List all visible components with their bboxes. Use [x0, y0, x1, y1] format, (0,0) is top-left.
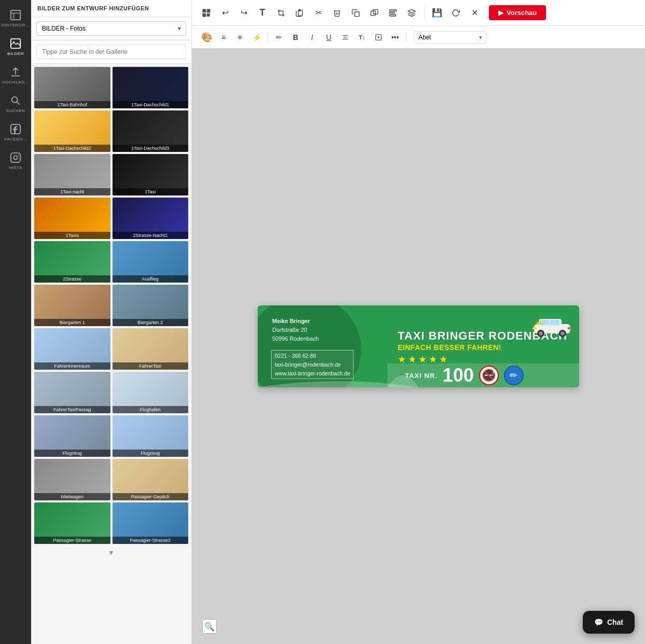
image-panel: BILDER ZUM ENTWURF HINZUFÜGEN BILDER - F…: [31, 0, 192, 644]
gallery-image-item[interactable]: Flugzeug: [34, 415, 110, 457]
gallery-image-item[interactable]: Biergarten 2: [113, 285, 189, 326]
paste-button[interactable]: [291, 5, 308, 21]
gallery-image-item[interactable]: 2Strasse: [34, 241, 110, 283]
svg-rect-39: [568, 327, 572, 329]
main-area: ↩ ↪ T ✂ 💾 ✕ ▶ Vorscha: [192, 0, 645, 644]
gallery-image-item[interactable]: FahrerInnenraum: [34, 328, 110, 370]
canvas-area: Meike Bringer Dorfstraße 20 50996 Rodenb…: [192, 49, 645, 644]
svg-point-7: [18, 155, 19, 156]
sidebar-item-suchen[interactable]: SUCHEN: [0, 90, 31, 118]
font-selector-wrapper: Abel Arial Roboto Times New Roman: [414, 31, 486, 44]
svg-rect-16: [207, 15, 208, 16]
text-box-button[interactable]: [371, 30, 386, 45]
close-button[interactable]: ✕: [466, 5, 483, 21]
crop-button[interactable]: [273, 5, 289, 21]
category-dropdown-wrapper: BILDER - Fotos BILDER - Icons BILDER - S…: [36, 21, 186, 36]
gallery-image-item[interactable]: 1Taxi: [113, 154, 189, 195]
gallery-image-item[interactable]: FahrerTaxiPassag: [34, 372, 110, 413]
gallery-image-item[interactable]: FahrerTaxi: [113, 328, 189, 370]
svg-rect-11: [204, 10, 205, 11]
svg-rect-13: [204, 15, 205, 16]
delete-button[interactable]: [329, 5, 345, 21]
search-container: [31, 40, 191, 64]
save-button[interactable]: 💾: [429, 5, 445, 21]
gallery-image-item[interactable]: Flughafen: [113, 372, 189, 413]
banner[interactable]: Meike Bringer Dorfstraße 20 50996 Rodenb…: [258, 305, 579, 387]
gallery-image-item[interactable]: Biergarten 1: [34, 285, 110, 326]
layers-button[interactable]: [403, 5, 420, 21]
asterisk-button[interactable]: ✳: [232, 30, 248, 45]
svg-rect-19: [355, 12, 359, 17]
top-toolbar: ↩ ↪ T ✂ 💾 ✕ ▶ Vorscha: [192, 0, 645, 26]
qr-button[interactable]: [198, 5, 215, 21]
sidebar: HINTERGR... BILDER HOCHLAD... SUCHEN FAC…: [0, 0, 31, 644]
svg-rect-14: [207, 13, 208, 15]
zoom-controls: 🔍: [202, 619, 217, 634]
align-center-button[interactable]: [338, 30, 353, 45]
toolbar2-divider-1: [268, 32, 268, 43]
toolbar2-divider-2: [406, 32, 406, 43]
gallery-image-item[interactable]: 1Taxi-Dachschild3: [113, 110, 189, 152]
zoom-out-button[interactable]: 🔍: [202, 619, 217, 634]
scissors-button[interactable]: ✂: [310, 5, 327, 21]
duplicate-button[interactable]: [366, 5, 383, 21]
edit-button[interactable]: ✏: [271, 30, 287, 45]
svg-rect-17: [209, 15, 210, 16]
chat-button[interactable]: 💬 Chat: [583, 611, 635, 634]
sidebar-item-insta[interactable]: INSTA: [0, 147, 31, 175]
sidebar-item-bilder[interactable]: BILDER: [0, 33, 31, 61]
font-selector[interactable]: Abel Arial Roboto Times New Roman: [414, 31, 486, 44]
align-button[interactable]: [385, 5, 401, 21]
italic-button[interactable]: I: [304, 30, 320, 45]
chat-label: Chat: [607, 618, 623, 626]
gallery-image-item[interactable]: Ausflieg: [113, 241, 189, 283]
second-toolbar: 🎨 ≡ ✳ ⚡ ✏ B I U T↕ ••• Abel Arial Roboto…: [192, 26, 645, 49]
gallery-image-item[interactable]: 1Taxi-Dachschild1: [113, 67, 189, 108]
color-button[interactable]: 🎨: [199, 30, 215, 45]
svg-point-3: [12, 97, 18, 103]
svg-rect-38: [532, 327, 537, 329]
gallery-image-item[interactable]: Flugzeug: [113, 415, 189, 457]
svg-point-37: [560, 331, 565, 335]
gallery-search-input[interactable]: [36, 45, 186, 59]
banner-wrapper: Meike Bringer Dorfstraße 20 50996 Rodenb…: [258, 305, 579, 387]
banner-subtitle: EINFACH BESSER FAHREN!: [398, 343, 571, 352]
svg-rect-24: [389, 15, 396, 16]
gallery-image-item[interactable]: Mietwagen: [34, 459, 110, 500]
more-options-button[interactable]: •••: [387, 30, 403, 45]
sidebar-item-hintergrund[interactable]: HINTERGR...: [0, 4, 31, 33]
image-grid: 1Taxi-Bahnhof1Taxi-Dachschild11Taxi-Dach…: [34, 67, 188, 544]
text-button[interactable]: T: [254, 5, 271, 21]
refresh-button[interactable]: [447, 5, 464, 21]
gallery-image-item[interactable]: 1Taxi-Dachschild2: [34, 110, 110, 152]
copy-button[interactable]: [347, 5, 364, 21]
category-dropdown[interactable]: BILDER - Fotos BILDER - Icons BILDER - S…: [36, 21, 186, 36]
gallery-image-item[interactable]: Passagier-Gepäck: [113, 459, 189, 500]
preview-button[interactable]: ▶ Vorschau: [489, 5, 546, 20]
lightning-button[interactable]: ⚡: [249, 30, 264, 45]
gallery-image-item[interactable]: 1Taxi-Bahnhof: [34, 67, 110, 108]
svg-rect-40: [537, 322, 543, 325]
color-icon: 🎨: [201, 32, 213, 43]
banner-contact-name: Meike Bringer Dorfstraße 20 50996 Rodenb…: [272, 317, 319, 343]
gallery-image-item[interactable]: Passagier-Strasse: [34, 502, 110, 544]
gallery-image-item[interactable]: 1Taxi-nacht: [34, 154, 110, 195]
svg-marker-25: [408, 9, 415, 13]
sidebar-item-facebook[interactable]: FACEBO...: [0, 118, 31, 147]
svg-rect-15: [209, 13, 210, 15]
undo-button[interactable]: ↩: [217, 5, 233, 21]
svg-rect-5: [11, 153, 20, 162]
banner-contact-box[interactable]: 0221 - 368 62 88 taxi-bringer@rodenbach.…: [271, 350, 354, 379]
bold-button[interactable]: B: [288, 30, 303, 45]
gallery-image-item[interactable]: Passagier-Strasse2: [113, 502, 189, 544]
text-align-button[interactable]: ≡: [216, 30, 231, 45]
underline-button[interactable]: U: [321, 30, 336, 45]
toolbar-divider-1: [424, 7, 425, 19]
sidebar-item-hochladen[interactable]: HOCHLAD...: [0, 61, 31, 90]
gallery-image-item[interactable]: 2Strasse-Nacht1: [113, 198, 189, 239]
redo-button[interactable]: ↪: [235, 5, 252, 21]
text-size-button[interactable]: T↕: [354, 30, 370, 45]
gallery-image-item[interactable]: 1Taxis: [34, 198, 110, 239]
svg-point-6: [13, 156, 17, 159]
svg-rect-0: [11, 10, 20, 20]
